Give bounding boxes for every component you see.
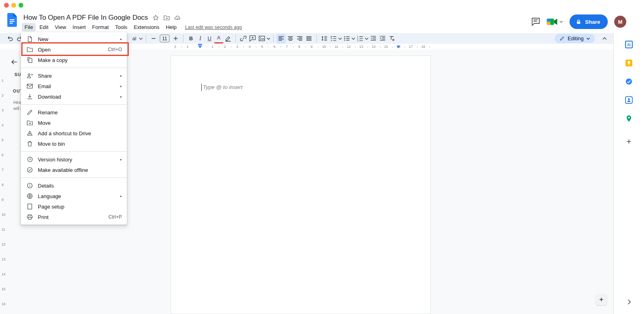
- menu-item-version-history[interactable]: Version history▸: [21, 154, 127, 165]
- close-outline-button[interactable]: [10, 58, 18, 66]
- bulleted-list-dropdown[interactable]: [351, 34, 355, 43]
- ruler-number: 8: [298, 45, 300, 49]
- menu-item-make-available-offline[interactable]: Make available offline: [21, 165, 127, 175]
- font-size-input[interactable]: 11: [160, 35, 169, 42]
- star-icon[interactable]: [153, 14, 159, 21]
- account-avatar[interactable]: M: [614, 16, 626, 28]
- align-right-button[interactable]: [295, 34, 304, 43]
- numbered-list-button[interactable]: 123: [355, 34, 365, 43]
- move-folder-icon[interactable]: [163, 14, 170, 21]
- insert-link-button[interactable]: [239, 34, 248, 43]
- bold-button[interactable]: B: [186, 34, 196, 43]
- menu-edit[interactable]: Edit: [37, 23, 51, 31]
- menu-item-download[interactable]: Download▸: [21, 91, 127, 102]
- numbered-list-dropdown[interactable]: [365, 34, 369, 43]
- align-left-button[interactable]: [277, 34, 286, 43]
- menu-item-label: Email: [38, 83, 115, 89]
- ruler-number: 6: [2, 153, 4, 157]
- ruler-tick: [182, 46, 182, 48]
- ruler-tick: [380, 46, 380, 48]
- ruler-number: 5: [2, 138, 4, 142]
- document-title[interactable]: How To Open A PDF File In Google Docs: [23, 14, 148, 22]
- last-edit-link[interactable]: Last edit was seconds ago: [185, 25, 242, 30]
- font-family-partial-dropdown[interactable]: [139, 34, 143, 43]
- increase-indent-button[interactable]: [378, 34, 387, 43]
- keep-button[interactable]: [623, 57, 635, 69]
- fullscreen-window-button[interactable]: [19, 3, 23, 8]
- menu-item-print[interactable]: PrintCtrl+P: [21, 212, 127, 222]
- maps-button[interactable]: [623, 112, 635, 124]
- bulleted-list-button[interactable]: [342, 34, 351, 43]
- submenu-arrow-icon: ▸: [120, 84, 122, 88]
- ruler-tick: [244, 46, 244, 48]
- editing-mode-dropdown[interactable]: Editing: [555, 34, 595, 43]
- menu-item-label: Open: [38, 47, 103, 53]
- document-page[interactable]: Type @ to insert: [171, 56, 431, 314]
- menu-item-share[interactable]: Share▸: [21, 70, 127, 81]
- menu-item-make-a-copy[interactable]: Make a copy: [21, 55, 127, 65]
- menu-insert[interactable]: Insert: [70, 23, 89, 31]
- get-add-ons-button[interactable]: [623, 135, 635, 147]
- font-family-partial-button[interactable]: al: [130, 34, 139, 43]
- explore-icon: [598, 296, 605, 303]
- menu-file[interactable]: File: [22, 23, 36, 31]
- menu-item-rename[interactable]: Rename: [21, 107, 127, 118]
- menu-view[interactable]: View: [52, 23, 69, 31]
- menu-item-new[interactable]: New▸: [21, 34, 127, 44]
- decrease-indent-button[interactable]: [369, 34, 378, 43]
- highlight-color-button[interactable]: [223, 34, 233, 43]
- hide-menus-button[interactable]: [600, 34, 609, 43]
- menu-help[interactable]: Help: [163, 23, 180, 31]
- join-video-call-button[interactable]: [547, 18, 563, 26]
- menu-item-label: Make available offline: [38, 167, 122, 173]
- align-justify-button[interactable]: [304, 34, 314, 43]
- menu-item-page-setup[interactable]: Page setup: [21, 201, 127, 212]
- close-window-button[interactable]: [4, 3, 9, 8]
- contacts-button[interactable]: [623, 94, 635, 106]
- menu-item-email[interactable]: Email▸: [21, 81, 127, 91]
- calendar-button[interactable]: 31: [623, 38, 635, 50]
- first-line-indent-marker[interactable]: [198, 44, 202, 45]
- text-color-button[interactable]: A: [214, 34, 223, 43]
- menu-extensions[interactable]: Extensions: [131, 23, 162, 31]
- decrease-font-size-button[interactable]: [149, 34, 158, 43]
- svg-text:3: 3: [357, 39, 358, 42]
- increase-font-size-button[interactable]: [171, 34, 180, 43]
- clear-formatting-button[interactable]: [387, 34, 396, 43]
- menu-format[interactable]: Format: [89, 23, 111, 31]
- explore-button[interactable]: [596, 294, 607, 305]
- checklist-button[interactable]: [329, 34, 338, 43]
- tasks-button[interactable]: [623, 75, 635, 87]
- checklist-dropdown[interactable]: [338, 34, 342, 43]
- ruler-number: 9: [311, 45, 313, 49]
- menu-tools[interactable]: Tools: [112, 23, 130, 31]
- menu-item-language[interactable]: Language▸: [21, 191, 127, 201]
- left-indent-marker[interactable]: [198, 45, 202, 48]
- menu-item-open[interactable]: OpenCtrl+O: [21, 44, 127, 55]
- type-at-placeholder[interactable]: Type @ to insert: [201, 84, 242, 91]
- share-button[interactable]: Share: [570, 14, 608, 29]
- document-status-cloud-icon[interactable]: [174, 14, 181, 21]
- align-center-button[interactable]: [286, 34, 295, 43]
- indent-increase-icon: [379, 35, 386, 42]
- google-docs-logo-icon[interactable]: [6, 12, 18, 27]
- submenu-arrow-icon: ▸: [120, 194, 122, 198]
- minimize-window-button[interactable]: [11, 3, 16, 8]
- add-comment-button[interactable]: [248, 34, 257, 43]
- collapse-side-panel-button[interactable]: [625, 298, 633, 306]
- menu-bar: FileEditViewInsertFormatToolsExtensionsH…: [22, 23, 242, 31]
- insert-image-button[interactable]: [257, 34, 266, 43]
- numbered-list-icon: 123: [357, 35, 363, 42]
- menu-item-details[interactable]: Details: [21, 180, 127, 191]
- comment-history-icon[interactable]: [531, 17, 540, 26]
- italic-button[interactable]: I: [196, 34, 205, 43]
- insert-image-dropdown[interactable]: [266, 34, 270, 43]
- toolbar-separator: [273, 35, 274, 42]
- ruler-number: 1: [2, 78, 4, 83]
- undo-button[interactable]: [6, 34, 15, 43]
- menu-item-move-to-bin[interactable]: Move to bin: [21, 138, 127, 149]
- menu-item-add-a-shortcut-to-drive[interactable]: Add a shortcut to Drive: [21, 128, 127, 138]
- underline-button[interactable]: U: [205, 34, 214, 43]
- line-spacing-button[interactable]: [320, 34, 329, 43]
- menu-item-move[interactable]: Move: [21, 118, 127, 128]
